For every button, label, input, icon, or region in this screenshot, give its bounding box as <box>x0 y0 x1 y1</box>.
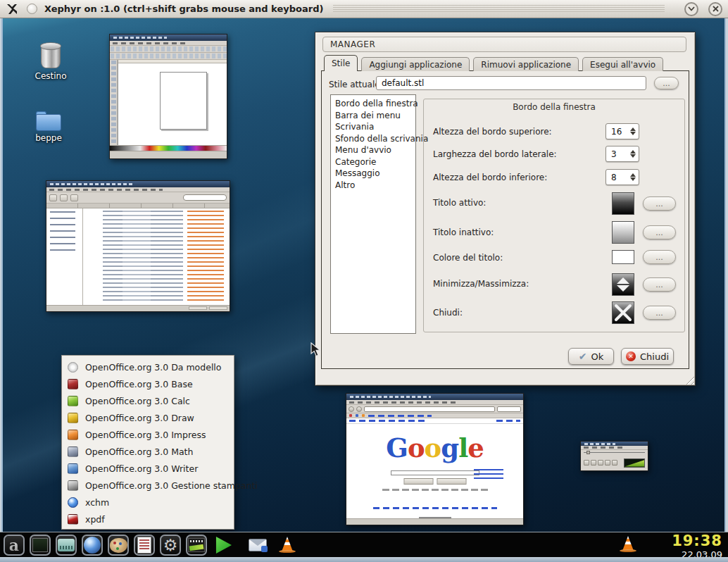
active-title-browse-button[interactable]: ... <box>643 196 676 211</box>
menu-item-label: OpenOffice.org 3.0 Impress <box>85 430 206 440</box>
taskbar-hex-editor-button[interactable] <box>134 535 155 556</box>
menu-item-label: OpenOffice.org 3.0 Draw <box>85 413 194 423</box>
player-button <box>584 460 589 466</box>
bottom-border-height-spinner[interactable]: 8 <box>605 169 639 185</box>
tab-label: Aggiungi applicazione <box>369 60 462 70</box>
section-item[interactable]: Menu d'avvio <box>331 144 415 156</box>
shade-button[interactable] <box>684 2 698 16</box>
hex-document-icon <box>137 537 151 554</box>
spin-down-icon[interactable] <box>630 154 636 158</box>
taskbar-vlc-button[interactable] <box>277 535 297 555</box>
spin-down-icon[interactable] <box>630 177 636 181</box>
window-border-group: Bordo della finestra Altezza del bordo s… <box>423 99 685 332</box>
browse-style-button[interactable]: ... <box>654 77 679 89</box>
chiudi-label: Chiudi <box>640 351 669 362</box>
menu-item-oo-writer[interactable]: OpenOffice.org 3.0 Writer <box>62 460 234 477</box>
mail-icon <box>249 539 267 551</box>
taskbar-video-editor-button[interactable] <box>186 535 207 556</box>
section-item[interactable]: Sfondo della scrivania <box>331 133 415 145</box>
close-button[interactable] <box>708 2 722 16</box>
menu-item-oo-stampanti[interactable]: OpenOffice.org 3.0 Gestione stampanti <box>62 477 234 494</box>
spin-up-icon[interactable] <box>630 127 636 131</box>
desktop-icon-folder-beppe[interactable]: beppe <box>22 111 75 143</box>
group-title: Bordo della finestra <box>424 102 684 112</box>
side-border-width-spinner[interactable]: 3 <box>605 146 639 162</box>
title-color-browse-button[interactable]: ... <box>643 250 676 264</box>
spin-down-icon[interactable] <box>630 132 636 135</box>
google-logo: Google <box>386 435 483 461</box>
titlebar: Xephyr on :1.0 (ctrl+shift grabs mouse a… <box>0 0 728 18</box>
manager-window[interactable]: MANAGER Stile Aggiungi applicazione Rimu… <box>315 32 696 386</box>
browser-statusbar <box>346 518 523 525</box>
menu-item-oo-math[interactable]: OpenOffice.org 3.0 Math <box>62 443 234 460</box>
bookmark-icon <box>349 414 352 417</box>
section-item[interactable]: Altro <box>331 180 415 192</box>
section-item[interactable]: Scrivania <box>331 121 415 133</box>
menu-item-oo-impress[interactable]: OpenOffice.org 3.0 Impress <box>62 426 234 443</box>
google-page: Google <box>346 424 523 518</box>
browser-window-thumbnail[interactable]: Google <box>346 393 524 525</box>
spinner-arrows-icon[interactable] <box>629 173 639 181</box>
taskbar-terminal-button[interactable] <box>30 535 51 556</box>
tab-label: Rimuovi applicazione <box>481 60 571 70</box>
resize-grip[interactable] <box>684 374 694 385</box>
menu-item-oo-base[interactable]: OpenOffice.org 3.0 Base <box>62 375 234 392</box>
chevron-down-icon <box>688 6 695 11</box>
chiudi-button[interactable]: ✕ Chiudi <box>621 348 674 365</box>
section-list[interactable]: Bordo della finestra Barra dei menu Scri… <box>330 94 416 334</box>
oo-template-icon <box>68 362 78 373</box>
menu-item-label: OpenOffice.org 3.0 Da modello <box>85 362 221 373</box>
window-menu-icon[interactable] <box>27 4 37 14</box>
menu-item-oo-calc[interactable]: OpenOffice.org 3.0 Calc <box>62 392 234 409</box>
close-circle-icon: ✕ <box>626 351 636 361</box>
footer-links <box>373 507 497 509</box>
side-links <box>474 469 503 480</box>
titlebar-grip[interactable] <box>333 5 665 13</box>
active-title-label: Titolo attivo: <box>433 198 486 208</box>
taskbar-media-play-button[interactable] <box>213 535 233 555</box>
desktop-icon-trash[interactable]: Cestino <box>24 42 77 81</box>
top-border-height-spinner[interactable]: 16 <box>605 123 639 139</box>
file-list-window-thumbnail[interactable] <box>46 180 230 312</box>
taskbar-settings-button[interactable]: ⚙ <box>160 535 181 556</box>
item-list <box>83 208 230 305</box>
clock-widget[interactable]: 19:38 22.03.09 <box>672 534 722 559</box>
oo-math-icon <box>68 447 78 457</box>
section-item[interactable]: Categorie <box>331 156 415 168</box>
mail-flap <box>249 539 266 546</box>
menu-item-oo-da-modello[interactable]: OpenOffice.org 3.0 Da modello <box>62 358 234 375</box>
tab-label: Esegui all'avvio <box>590 60 655 70</box>
spinner-value: 3 <box>606 149 629 159</box>
spinner-arrows-icon[interactable] <box>629 127 639 135</box>
tab-rimuovi-applicazione[interactable]: Rimuovi applicazione <box>473 57 579 71</box>
inkscape-window-thumbnail[interactable] <box>109 34 227 159</box>
ok-button[interactable]: ✔ Ok <box>568 348 614 365</box>
tab-aggiungi-applicazione[interactable]: Aggiungi applicazione <box>361 57 470 71</box>
spin-up-icon[interactable] <box>630 173 636 177</box>
style-file-input[interactable]: default.stl <box>376 76 646 90</box>
menu-item-xchm[interactable]: xchm <box>62 494 234 511</box>
taskbar-graphics-button[interactable] <box>108 535 129 556</box>
side-border-width-label: Larghezza del bordo laterale: <box>433 149 557 159</box>
section-item[interactable]: Bordo della finestra <box>331 98 415 110</box>
tray-vlc-icon[interactable] <box>620 536 638 554</box>
menu-item-oo-draw[interactable]: OpenOffice.org 3.0 Draw <box>62 409 234 426</box>
close-browse-button[interactable]: ... <box>643 306 676 320</box>
taskbar-email-button[interactable] <box>248 535 268 555</box>
taskbar-app-menu-button[interactable]: a <box>4 535 25 556</box>
section-item[interactable]: Barra dei menu <box>331 110 415 122</box>
bookmarks-bar <box>346 413 523 418</box>
section-item[interactable]: Messaggio <box>331 168 415 180</box>
taskbar-word-processor-button[interactable] <box>56 535 77 556</box>
spinner-arrows-icon[interactable] <box>629 150 639 158</box>
vlc-cone-icon <box>620 536 636 553</box>
tab-esegui-allavvio[interactable]: Esegui all'avvio <box>582 57 663 71</box>
media-player-thumbnail[interactable] <box>580 441 648 471</box>
tab-stile[interactable]: Stile <box>324 55 358 71</box>
spin-up-icon[interactable] <box>630 150 636 154</box>
menu-item-xpdf[interactable]: xpdf <box>62 511 234 527</box>
inactive-title-browse-button[interactable]: ... <box>643 225 676 239</box>
minmax-browse-button[interactable]: ... <box>643 277 676 292</box>
search-input <box>183 194 227 201</box>
taskbar-browser-button[interactable] <box>82 535 103 556</box>
